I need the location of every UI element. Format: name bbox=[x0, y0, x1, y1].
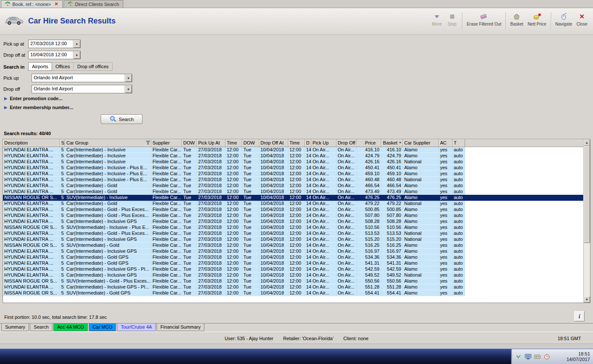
column-header-basket[interactable]: Basket▼ bbox=[381, 139, 403, 147]
info-button[interactable]: i bbox=[574, 311, 584, 321]
tab-close-icon[interactable]: ✕ bbox=[55, 2, 58, 6]
chevron-down-icon[interactable]: ▼ bbox=[73, 51, 80, 59]
column-header-description[interactable]: Description bbox=[3, 139, 60, 147]
taskbar-clock[interactable]: 18:51 14/07/2017 bbox=[567, 351, 590, 362]
table-row[interactable]: HYUNDAI ELANTRA ...5Car(Intermediate) - … bbox=[3, 170, 583, 176]
table-row[interactable]: HYUNDAI ELANTRA ...5Car(Intermediate) - … bbox=[3, 212, 583, 218]
column-header-s[interactable]: S bbox=[60, 139, 65, 147]
tab-direct-clients-search[interactable]: Direct Clients Search bbox=[64, 0, 123, 8]
table-row[interactable]: HYUNDAI ELANTRA ...5Car(Intermediate) - … bbox=[3, 254, 583, 260]
table-row[interactable]: HYUNDAI ELANTRA ...5Car(Intermediate) - … bbox=[3, 165, 583, 170]
pickup-at-combobox[interactable]: 27/03/2018 12:00 ▼ bbox=[28, 40, 81, 48]
basket-button[interactable]: Basket bbox=[508, 11, 526, 27]
cell: 12:00 bbox=[288, 248, 305, 254]
tray-monitor-icon[interactable] bbox=[524, 353, 532, 361]
chevron-down-icon[interactable]: ▼ bbox=[73, 40, 80, 48]
bottom-tab-tour-cruise-4a[interactable]: Tour/Cruise 4A bbox=[117, 324, 156, 331]
table-row[interactable]: HYUNDAI ELANTRA ...5Car(Intermediate) - … bbox=[3, 147, 583, 153]
scrollbar-thumb[interactable] bbox=[584, 146, 590, 243]
bottom-tab-summary[interactable]: Summary bbox=[1, 324, 29, 331]
table-row[interactable]: HYUNDAI ELANTRA ...5Car(Intermediate) - … bbox=[3, 176, 583, 182]
bottom-tab-search[interactable]: Search bbox=[30, 324, 52, 331]
bottom-tab-car-mco[interactable]: Car MCO bbox=[89, 324, 116, 331]
table-row[interactable]: NISSAN ROGUE OR S...5SUV(Intermediate) -… bbox=[3, 290, 583, 296]
dropoff-label: Drop off bbox=[3, 87, 20, 92]
bottom-tab-acc-4a-mco[interactable]: Acc 4A MCO bbox=[53, 324, 88, 331]
dropoff-location-combobox[interactable]: Orlando Intl Airport ▼ bbox=[32, 85, 132, 93]
cell: Tue bbox=[182, 188, 197, 194]
tab-dropoff-offices[interactable]: Drop off offices bbox=[74, 62, 113, 71]
stop-button[interactable]: Stop bbox=[445, 11, 460, 27]
cell: On Air... bbox=[336, 242, 357, 248]
table-row[interactable]: HYUNDAI ELANTRA ...5Car(Intermediate) - … bbox=[3, 188, 583, 194]
table-row[interactable]: NISSAN ROGUE OR S...5SUV(Intermediate) -… bbox=[3, 224, 583, 230]
column-header-pick-up[interactable]: Pick Up bbox=[311, 139, 336, 147]
cell: HYUNDAI ELANTRA ... bbox=[3, 260, 60, 266]
dropoff-at-combobox[interactable]: 10/04/2018 12:00 ▼ bbox=[28, 51, 81, 59]
erase-filtered-out-button[interactable]: Erase Filtered Out bbox=[465, 11, 503, 27]
column-header-pick-up-at[interactable]: Pick Up At bbox=[197, 139, 225, 147]
tray-green-app-icon[interactable] bbox=[515, 353, 522, 361]
column-header-car-supplier[interactable]: Car Supplier bbox=[403, 139, 439, 147]
table-row[interactable]: HYUNDAI ELANTRA ...5Car(Intermediate) - … bbox=[3, 153, 583, 159]
column-header-drop-off[interactable]: Drop Off bbox=[336, 139, 357, 147]
column-header-ac[interactable]: AC bbox=[439, 139, 452, 147]
table-row[interactable]: HYUNDAI ELANTRA ...5Car(Intermediate) - … bbox=[3, 260, 583, 266]
table-row[interactable]: HYUNDAI ELANTRA ...5Car(Intermediate) - … bbox=[3, 248, 583, 254]
table-row[interactable]: HYUNDAI ELANTRA ...5Car(Intermediate) - … bbox=[3, 266, 583, 272]
membership-number-toggle[interactable]: ▶ Enter membership number... bbox=[4, 105, 73, 110]
table-row[interactable]: HYUNDAI ELANTRA ...5Car(Intermediate) - … bbox=[3, 159, 583, 165]
close-button[interactable]: ✕ Close bbox=[574, 11, 590, 27]
cell: 500.85 bbox=[357, 206, 381, 212]
table-row[interactable]: HYUNDAI ELANTRA ...5Car(Intermediate) - … bbox=[3, 236, 583, 242]
cell: Tue bbox=[182, 272, 197, 278]
cell: 12:00 bbox=[288, 278, 305, 284]
nett-price-button[interactable]: ✱ Nett Price bbox=[526, 11, 549, 27]
column-header-time[interactable]: Time bbox=[225, 139, 242, 147]
promotion-code-toggle[interactable]: ▶ Enter promotion code... bbox=[4, 96, 62, 101]
chevron-down-icon[interactable]: ▼ bbox=[125, 74, 132, 82]
column-header-drop-off-at[interactable]: Drop Off At bbox=[259, 139, 288, 147]
scroll-up-icon[interactable]: ▲ bbox=[584, 139, 590, 146]
table-row[interactable]: HYUNDAI ELANTRA ...5Car(Intermediate) - … bbox=[3, 206, 583, 212]
cell: auto bbox=[452, 290, 465, 296]
tab-offices[interactable]: Offices bbox=[52, 62, 74, 71]
column-header-time[interactable]: Time bbox=[288, 139, 305, 147]
cell: yes bbox=[439, 248, 452, 254]
tab-airports[interactable]: Airports bbox=[28, 62, 52, 71]
search-timing-text: First portion: 10.0 sec, total search ti… bbox=[4, 315, 107, 320]
table-row[interactable]: NISSAN ROGUE OR S...5SUV(Intermediate) -… bbox=[3, 242, 583, 248]
cell: HYUNDAI ELANTRA ... bbox=[3, 153, 60, 159]
table-row[interactable]: HYUNDAI ELANTRA ...5Car(Intermediate) - … bbox=[3, 182, 583, 188]
tab-booking-ref[interactable]: Book. ref.: <none> ✕ bbox=[1, 0, 63, 8]
chevron-down-icon[interactable]: ▼ bbox=[125, 85, 132, 93]
pickup-location-combobox[interactable]: Orlando Intl Airport ▼ bbox=[32, 74, 132, 82]
cell: 12:00 bbox=[288, 188, 305, 194]
tray-clock-icon[interactable] bbox=[543, 353, 550, 361]
table-row[interactable]: NISSAN ROGUE OR S...5SUV(Intermediate) -… bbox=[3, 194, 583, 200]
column-header-dow[interactable]: DOW bbox=[182, 139, 197, 147]
column-header-price[interactable]: Price bbox=[357, 139, 381, 147]
column-header-car-group[interactable]: Car Group bbox=[65, 139, 151, 147]
search-button[interactable]: Search bbox=[101, 114, 142, 124]
cell: Tue bbox=[182, 230, 197, 236]
table-row[interactable]: HYUNDAI ELANTRA ...5Car(Intermediate) - … bbox=[3, 272, 583, 278]
table-row[interactable]: HYUNDAI ELANTRA ...5Car(Intermediate) - … bbox=[3, 230, 583, 236]
table-row[interactable]: NISSAN ROGUE OR S...5SUV(Intermediate) -… bbox=[3, 278, 583, 284]
tray-display-card-icon[interactable] bbox=[534, 353, 541, 361]
taskbar[interactable]: 18:51 14/07/2017 bbox=[0, 349, 593, 364]
column-header-dow[interactable]: DOW bbox=[242, 139, 259, 147]
bottom-tab-financial-summary[interactable]: Financial Summary bbox=[157, 324, 204, 331]
table-row[interactable]: HYUNDAI ELANTRA ...5Car(Intermediate) - … bbox=[3, 218, 583, 224]
more-button[interactable]: More bbox=[429, 11, 445, 27]
column-header-t[interactable]: T bbox=[452, 139, 465, 147]
navigate-button[interactable]: Navigate bbox=[553, 11, 574, 27]
scroll-down-icon[interactable]: ▼ bbox=[584, 296, 590, 303]
filter-funnel-icon[interactable] bbox=[146, 141, 150, 146]
table-row[interactable]: HYUNDAI ELANTRA ...5Car(Intermediate) - … bbox=[3, 200, 583, 206]
column-header-d[interactable]: D bbox=[305, 139, 311, 147]
table-row[interactable]: HYUNDAI ELANTRA ...5Car(Intermediate) - … bbox=[3, 284, 583, 290]
vertical-scrollbar[interactable]: ▲ ▼ bbox=[583, 139, 590, 303]
cell: On Air... bbox=[336, 200, 357, 206]
column-header-supplier[interactable]: Supplier bbox=[151, 139, 182, 147]
